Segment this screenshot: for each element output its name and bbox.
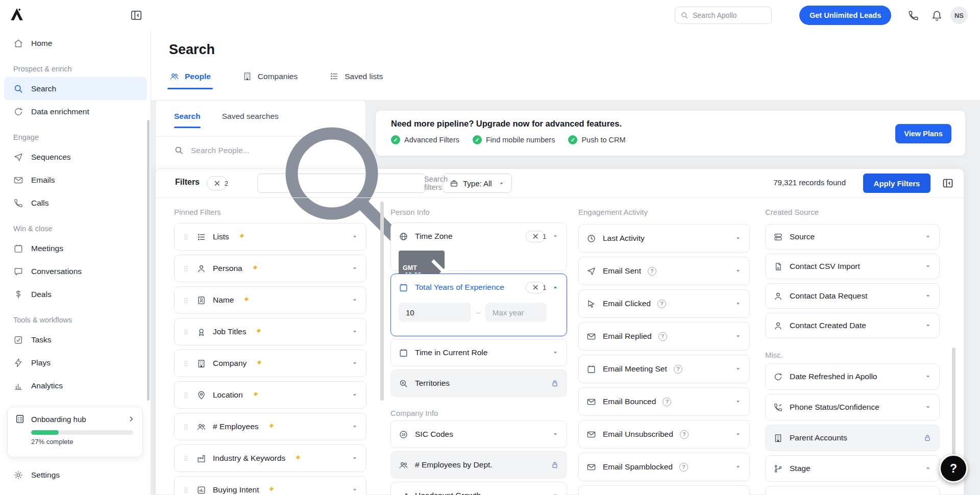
time-zone-clear-badge[interactable]: 1 bbox=[526, 231, 545, 242]
drag-handle-icon[interactable] bbox=[182, 423, 190, 431]
panel-collapse-icon[interactable] bbox=[942, 177, 954, 189]
global-search-input[interactable]: Search Apollo bbox=[675, 7, 772, 24]
filter-card-employees-by-dept[interactable]: # Employees by Dept. bbox=[390, 451, 567, 479]
filter-card-time-in-current-role[interactable]: Time in Current Role bbox=[390, 339, 567, 366]
filter-card-email-sent[interactable]: Email Sent ? bbox=[578, 257, 750, 285]
time-zone-header-row[interactable]: Time Zone 1 bbox=[399, 223, 559, 250]
filter-card-custom-fields[interactable]: Custom Fields bbox=[765, 486, 940, 495]
filter-card-location[interactable]: Location bbox=[174, 381, 366, 409]
filter-card-name[interactable]: Name bbox=[174, 286, 366, 314]
tab-people[interactable]: People bbox=[169, 71, 211, 89]
filter-card-email-bounced[interactable]: Email Bounced ? bbox=[578, 387, 750, 416]
sidebar-item-conversations[interactable]: Conversations bbox=[0, 260, 151, 283]
filter-card-email-meeting-set[interactable]: Email Meeting Set ? bbox=[578, 355, 750, 383]
filter-card-sic-codes[interactable]: SIC Codes bbox=[390, 420, 567, 448]
sidebar-item-calls[interactable]: Calls bbox=[0, 191, 151, 214]
pin-icon[interactable] bbox=[250, 264, 258, 273]
sidebar-item-deals[interactable]: Deals bbox=[0, 283, 151, 306]
drag-handle-icon[interactable] bbox=[182, 233, 190, 241]
filter-card-email-spamblocked[interactable]: Email Spamblocked ? bbox=[578, 453, 750, 481]
sidebar-collapse-icon[interactable] bbox=[130, 9, 143, 22]
pin-icon[interactable] bbox=[254, 328, 262, 336]
help-icon[interactable]: ? bbox=[658, 332, 667, 341]
sidebar-item-meetings[interactable]: Meetings bbox=[0, 237, 151, 260]
filter-card-company[interactable]: Company bbox=[174, 350, 366, 377]
filter-card-stage[interactable]: Stage bbox=[765, 455, 940, 482]
filter-card-num-employees[interactable]: # Employees bbox=[174, 413, 366, 440]
filter-card-contact-created-date[interactable]: Contact Created Date bbox=[765, 313, 940, 338]
help-button[interactable]: ? bbox=[939, 454, 968, 483]
filter-card-lists[interactable]: Lists bbox=[174, 223, 366, 251]
filter-card-job-titles[interactable]: Job Titles bbox=[174, 318, 366, 345]
sidebar-item-settings[interactable]: Settings bbox=[0, 463, 151, 486]
filter-card-last-activity[interactable]: Last Activity bbox=[578, 224, 750, 253]
filter-card-total-years-experience[interactable]: Total Years of Experience 1 – bbox=[390, 274, 567, 336]
pin-icon[interactable] bbox=[254, 359, 262, 367]
sidebar-item-data-enrichment[interactable]: Data enrichment bbox=[0, 100, 151, 123]
search-people-input[interactable]: Search People... bbox=[174, 145, 250, 155]
tab-search[interactable]: Search bbox=[174, 112, 201, 128]
tab-saved-lists[interactable]: Saved lists bbox=[329, 71, 383, 89]
help-icon[interactable]: ? bbox=[663, 398, 671, 406]
search-filters-input[interactable]: Search filters bbox=[257, 174, 426, 193]
pin-icon[interactable] bbox=[237, 233, 245, 241]
max-years-input[interactable] bbox=[485, 303, 547, 322]
filter-card-email-auto-responded[interactable]: Email Auto-Responded bbox=[578, 485, 750, 495]
notifications-bell-icon[interactable] bbox=[931, 10, 943, 21]
drag-handle-icon[interactable] bbox=[182, 391, 190, 399]
filter-card-buying-intent[interactable]: Buying Intent bbox=[174, 476, 366, 495]
help-icon[interactable]: ? bbox=[674, 365, 682, 374]
drag-handle-icon[interactable] bbox=[182, 486, 190, 494]
pin-icon[interactable] bbox=[293, 454, 301, 462]
filter-card-email-clicked[interactable]: Email Clicked ? bbox=[578, 289, 750, 318]
sidebar-item-plays[interactable]: Plays bbox=[0, 351, 151, 374]
filter-card-date-refreshed[interactable]: Date Refreshed in Apollo bbox=[765, 363, 940, 390]
drag-handle-icon[interactable] bbox=[182, 360, 190, 367]
user-avatar[interactable]: NS bbox=[950, 7, 968, 24]
apply-filters-button[interactable]: Apply Filters bbox=[863, 174, 930, 193]
filter-card-territories[interactable]: Territories bbox=[390, 369, 567, 397]
drag-handle-icon[interactable] bbox=[182, 455, 190, 462]
pin-icon[interactable] bbox=[241, 296, 250, 304]
help-icon[interactable]: ? bbox=[679, 463, 688, 472]
drag-handle-icon[interactable] bbox=[182, 265, 190, 273]
filter-card-headcount-growth[interactable]: Headcount Growth bbox=[390, 482, 567, 495]
help-icon[interactable]: ? bbox=[680, 430, 689, 439]
dialer-phone-icon[interactable] bbox=[908, 10, 919, 21]
sidebar-item-sequences[interactable]: Sequences bbox=[0, 145, 151, 168]
sidebar-scrollbar[interactable] bbox=[147, 120, 150, 401]
filter-card-parent-accounts[interactable]: Parent Accounts bbox=[765, 425, 940, 451]
filter-card-persona[interactable]: Persona bbox=[174, 255, 366, 282]
clear-filters-pill[interactable]: 2 bbox=[207, 176, 228, 190]
view-plans-button[interactable]: View Plans bbox=[895, 124, 951, 143]
experience-header-row[interactable]: Total Years of Experience 1 bbox=[399, 274, 559, 301]
onboarding-hub-header[interactable]: Onboarding hub bbox=[15, 414, 135, 424]
filter-card-contact-csv-import[interactable]: Contact CSV Import bbox=[765, 254, 940, 279]
sidebar-item-tasks[interactable]: Tasks bbox=[0, 328, 151, 351]
drag-handle-icon[interactable] bbox=[182, 328, 190, 336]
sidebar-item-home[interactable]: Home bbox=[0, 32, 151, 55]
tab-companies[interactable]: Companies bbox=[242, 71, 298, 89]
sidebar-item-analytics[interactable]: Analytics bbox=[0, 374, 151, 397]
drag-handle-icon[interactable] bbox=[182, 296, 190, 304]
filters-panel-scrollbar[interactable] bbox=[952, 348, 955, 470]
sidebar-item-search[interactable]: Search bbox=[4, 77, 147, 100]
filter-card-source[interactable]: Source bbox=[765, 224, 940, 250]
type-filter-dropdown[interactable]: Type: All bbox=[443, 174, 512, 193]
get-unlimited-leads-button[interactable]: Get Unlimited Leads bbox=[799, 6, 891, 25]
filter-card-time-zone[interactable]: Time Zone 1 GMT -10:00 bbox=[390, 222, 567, 271]
filter-card-email-replied[interactable]: Email Replied ? bbox=[578, 322, 750, 351]
pin-icon[interactable] bbox=[266, 423, 275, 431]
filter-card-phone-status[interactable]: Phone Status/Confidence bbox=[765, 394, 940, 420]
help-icon[interactable]: ? bbox=[657, 300, 666, 308]
onboarding-hub-card[interactable]: Onboarding hub 27% complete bbox=[7, 407, 143, 457]
pin-icon[interactable] bbox=[251, 391, 259, 399]
experience-clear-badge[interactable]: 1 bbox=[526, 282, 545, 293]
filter-card-email-unsubscribed[interactable]: Email Unsubscribed ? bbox=[578, 420, 750, 449]
sidebar-item-emails[interactable]: Emails bbox=[0, 168, 151, 191]
filter-card-industry-keywords[interactable]: Industry & Keywords bbox=[174, 444, 366, 472]
min-years-input[interactable] bbox=[399, 303, 471, 322]
pinned-column-scrollbar[interactable] bbox=[380, 202, 384, 401]
pin-icon[interactable] bbox=[266, 486, 275, 494]
filter-card-contact-data-request[interactable]: Contact Data Request bbox=[765, 283, 940, 309]
